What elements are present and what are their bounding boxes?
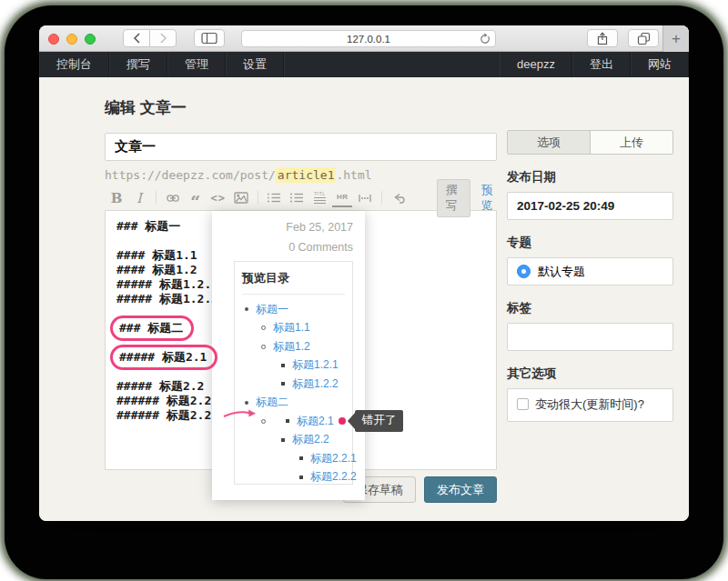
italic-icon[interactable]: I — [129, 189, 149, 207]
tooltip-text: 错开了 — [355, 410, 404, 432]
tab-overview-button[interactable] — [628, 29, 659, 47]
address-bar-url: 127.0.0.1 — [347, 34, 390, 45]
preview-comments-count: 0 Comments — [288, 241, 353, 254]
toolbar-divider — [258, 191, 258, 205]
toc-item: 标题2.2.2 — [242, 468, 345, 487]
quote-icon[interactable]: “ — [186, 189, 206, 207]
other-option-text[interactable]: 变动很大(更新时间)? — [535, 396, 644, 414]
page-title: 编辑 文章一 — [105, 97, 497, 118]
address-bar[interactable]: 127.0.0.1 — [241, 30, 496, 47]
bullet-disc-icon — [245, 307, 248, 311]
tags-input[interactable] — [507, 323, 673, 351]
unordered-list-icon[interactable] — [287, 189, 307, 207]
toc-link[interactable]: 标题2.2.2 — [310, 469, 357, 485]
publish-date-input[interactable] — [507, 192, 673, 220]
share-icon — [596, 32, 609, 45]
sidebar-tabs: 选项 上传 — [507, 130, 673, 155]
tooltip-arrow-icon — [348, 413, 355, 429]
toc-link[interactable]: 标题2.2 — [292, 432, 329, 447]
toc-link[interactable]: 标题一 — [256, 302, 288, 317]
bullet-square-icon — [299, 476, 303, 479]
other-option-box: 变动很大(更新时间)? — [507, 388, 673, 422]
nav-item-dashboard[interactable]: 控制台 — [39, 52, 109, 77]
toc-divider — [242, 294, 345, 295]
annotation-circle-heading2-1: ##### 标题2.1 — [110, 345, 217, 370]
annotation-arrow-icon — [223, 406, 258, 425]
bullet-square-icon — [299, 456, 303, 460]
title-icon[interactable]: TITL — [309, 189, 329, 207]
share-button[interactable] — [587, 29, 618, 47]
permalink-slug: article1 — [276, 167, 337, 183]
nav-spacer — [284, 52, 500, 77]
bullet-circle-icon — [261, 419, 266, 424]
nav-item-username[interactable]: deepzz — [500, 52, 572, 77]
reload-button[interactable] — [479, 33, 490, 47]
nav-item-settings[interactable]: 设置 — [226, 52, 284, 77]
main-column: 编辑 文章一 https://deepzz.com/post/article1.… — [105, 77, 497, 503]
forward-button[interactable] — [149, 29, 177, 47]
browser-window: 127.0.0.1 + 控制台 撰写 管理 设置 deepzz 登出 网站 — [39, 25, 689, 521]
close-window-button[interactable] — [48, 34, 59, 45]
toc-link[interactable]: 标题2.2.1 — [310, 451, 357, 466]
tab-overview-icon — [637, 32, 651, 45]
bullet-square-icon — [286, 419, 289, 423]
admin-navbar: 控制台 撰写 管理 设置 deepzz 登出 网站 — [39, 52, 689, 77]
screenshot-canvas: 127.0.0.1 + 控制台 撰写 管理 设置 deepzz 登出 网站 — [0, 0, 728, 581]
link-icon[interactable] — [163, 189, 183, 207]
toc-link[interactable]: 标题1.2 — [273, 339, 310, 355]
nav-item-logout[interactable]: 登出 — [572, 52, 631, 77]
sidebar-toggle-icon — [201, 32, 217, 45]
options-sidebar: 选项 上传 发布日期 专题 默认专题 标签 其它选项 变动很大(更新时间)? — [507, 77, 673, 422]
new-tab-icon: + — [672, 30, 681, 48]
tags-label: 标签 — [507, 300, 673, 316]
nav-item-write[interactable]: 撰写 — [109, 52, 167, 77]
permalink-prefix: https://deepzz.com/post/ — [105, 168, 276, 182]
preview-tab-button[interactable]: 预览 — [481, 183, 497, 214]
annotation-tooltip: 错开了 — [348, 410, 404, 432]
hr-icon[interactable]: HR — [332, 189, 352, 207]
zoom-window-button[interactable] — [85, 34, 96, 45]
new-tab-button[interactable]: + — [662, 25, 689, 52]
toc-link[interactable]: 标题1.1 — [273, 320, 310, 336]
editor-wrap: B I “ <> TITL HR — [105, 185, 497, 503]
toc-item: 标题1.2.2 — [242, 375, 345, 394]
image-icon[interactable] — [231, 189, 251, 207]
post-title-input[interactable] — [105, 133, 497, 161]
toc-item: 标题2.2.1 — [242, 449, 345, 468]
radio-selected-icon[interactable] — [517, 265, 531, 278]
tab-options[interactable]: 选项 — [508, 131, 590, 154]
topic-label: 专题 — [507, 235, 673, 251]
toc-item: 标题2.2 — [242, 431, 345, 450]
back-icon — [133, 33, 141, 44]
toc-item: 标题1.1 — [242, 319, 345, 338]
toc-link[interactable]: 标题1.2.2 — [292, 376, 339, 392]
sidebar-toggle-button[interactable] — [194, 29, 225, 47]
publish-date-label: 发布日期 — [507, 169, 673, 185]
bullet-disc-icon — [245, 401, 248, 405]
toc-item: 标题一 — [242, 300, 345, 319]
bold-icon[interactable]: B — [106, 189, 126, 207]
nav-item-site[interactable]: 网站 — [631, 52, 689, 77]
write-tab-button[interactable]: 撰写 — [437, 179, 470, 217]
bullet-square-icon — [281, 364, 285, 367]
nav-item-manage[interactable]: 管理 — [167, 52, 226, 77]
toc-link[interactable]: 标题1.2.1 — [292, 357, 339, 373]
page-break-icon[interactable] — [355, 189, 375, 207]
minimize-window-button[interactable] — [66, 34, 77, 45]
bullet-square-icon — [281, 438, 285, 442]
traffic-lights — [48, 34, 96, 45]
ordered-list-icon[interactable] — [264, 189, 284, 207]
checkbox-icon[interactable] — [517, 398, 529, 410]
back-button[interactable] — [123, 29, 150, 47]
toc-link[interactable]: 标题2.1 — [297, 414, 334, 429]
permalink-suffix: .html — [336, 168, 371, 182]
editor-toolbar: B I “ <> TITL HR — [105, 185, 497, 210]
tab-upload[interactable]: 上传 — [590, 131, 672, 154]
toc-item: 标题1.2 — [242, 337, 345, 356]
code-icon[interactable]: <> — [208, 189, 228, 207]
publish-button[interactable]: 发布文章 — [424, 476, 497, 503]
toc-link[interactable]: 标题二 — [256, 395, 288, 410]
toolbar-divider — [156, 191, 157, 205]
undo-icon[interactable] — [389, 189, 409, 207]
topic-option-label[interactable]: 默认专题 — [538, 264, 585, 280]
